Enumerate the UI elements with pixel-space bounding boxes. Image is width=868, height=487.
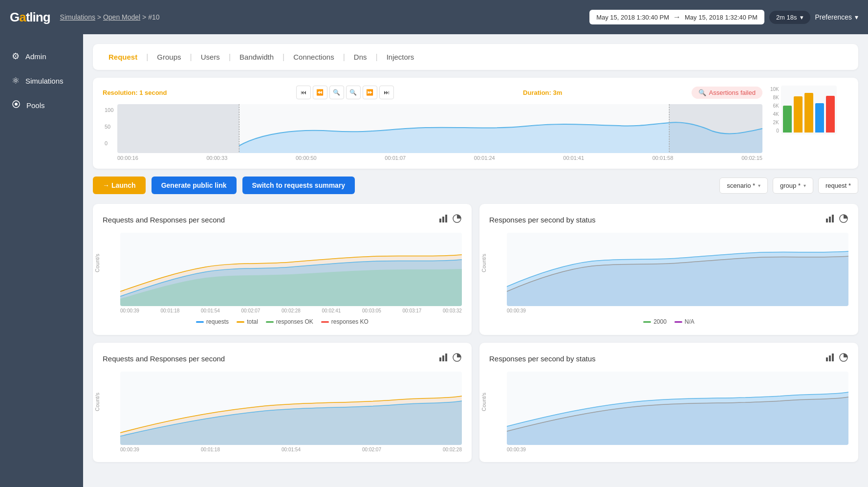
svg-rect-18 [826, 357, 828, 361]
chart-area-wrapper-4: Count/s [489, 372, 848, 445]
duration-value: 2m 18s [776, 14, 797, 21]
chart-icons-1 [438, 214, 462, 226]
breadcrumb-run: #10 [148, 13, 159, 21]
duration-badge[interactable]: 2m 18s ▾ [769, 11, 810, 24]
chart-header-3: Requests and Responses per second [103, 353, 462, 365]
tab-bandwidth[interactable]: Bandwidth [236, 51, 278, 63]
zoom-out-button[interactable]: 🔍 [329, 86, 344, 99]
step-back-button[interactable]: ⏪ [313, 86, 327, 99]
content: Request | Groups | Users | Bandwidth | C… [83, 34, 868, 487]
skip-to-start-button[interactable]: ⏮ [296, 86, 311, 99]
legend-dot [266, 321, 274, 323]
arrow-icon: → [673, 13, 681, 22]
breadcrumb: Simulations > Open Model > #10 [60, 13, 160, 21]
chart-area-wrapper-3: Count/s [103, 372, 462, 445]
legend-dot [196, 321, 204, 323]
chart-x-labels-1: 00:00:39 00:01:18 00:01:54 00:02:07 00:0… [103, 308, 462, 313]
svg-rect-19 [829, 355, 831, 361]
y-axis-label-4: Count/s [481, 393, 487, 411]
tab-request[interactable]: Request [105, 51, 141, 63]
timeline-svg [117, 104, 762, 153]
legend-na: N/A [674, 318, 694, 325]
step-forward-button[interactable]: ⏩ [363, 86, 377, 99]
chart-x-labels-3: 00:00:39 00:01:18 00:01:54 00:02:07 00:0… [103, 447, 462, 452]
tab-connections[interactable]: Connections [289, 51, 338, 63]
duration-display: Duration: 3m [523, 88, 562, 97]
legend-total: total [237, 318, 258, 325]
pools-icon [12, 100, 21, 111]
bar-chart-icon[interactable] [438, 353, 448, 365]
chart-header-2: Responses per second by status [489, 214, 848, 226]
y-axis-labels: 100 50 0 [105, 107, 113, 146]
chart-legend-1: requests total responses OK responses KO [103, 318, 462, 325]
tab-users[interactable]: Users [197, 51, 224, 63]
zoom-in-button[interactable]: 🔍 [346, 86, 361, 99]
group-filter[interactable]: group * ▾ [773, 177, 813, 194]
bar-chart-icon[interactable] [825, 214, 835, 226]
y-axis-label-2: Count/s [481, 254, 487, 272]
svg-point-1 [15, 103, 18, 106]
header: Gatling Simulations > Open Model > #10 M… [0, 0, 868, 34]
svg-rect-20 [832, 354, 834, 361]
breadcrumb-open-model[interactable]: Open Model [103, 13, 140, 21]
tab-injectors[interactable]: Injectors [383, 51, 418, 63]
bar-chart-icon[interactable] [825, 353, 835, 365]
tabs-card: Request | Groups | Users | Bandwidth | C… [93, 44, 858, 70]
sidebar-item-simulations[interactable]: ⚛ Simulations [0, 68, 83, 93]
chart-legend-2: 2000 N/A [489, 318, 848, 325]
chart-header-4: Responses per second by status [489, 353, 848, 365]
request-filter[interactable]: request * [818, 177, 858, 194]
resolution-value: 1 second [139, 89, 167, 96]
chart-title-4: Responses per second by status [489, 354, 596, 363]
sidebar-item-admin[interactable]: ⚙ Admin [0, 44, 83, 68]
sidebar-item-label: Simulations [25, 77, 64, 85]
pie-chart-icon[interactable] [839, 214, 848, 226]
svg-rect-10 [826, 219, 828, 222]
timeline-chart [117, 104, 762, 153]
sidebar: ⚙ Admin ⚛ Simulations Pools [0, 34, 83, 487]
chart-icons-3 [438, 353, 462, 365]
svg-rect-16 [445, 354, 447, 361]
chart-title-1: Requests and Responses per second [103, 216, 225, 224]
scenario-filter[interactable]: scenario * ▾ [719, 177, 768, 194]
chart-icons-2 [825, 214, 848, 226]
legend-responses-ok: responses OK [266, 318, 313, 325]
tab-groups[interactable]: Groups [153, 51, 185, 63]
switch-summary-button[interactable]: Switch to requests summary [242, 177, 355, 194]
timeline-main: Resolution: 1 second ⏮ ⏪ 🔍 🔍 ⏩ ⏭ [103, 86, 762, 161]
time-range: May 15, 2018 1:30:40 PM → May 15, 2018 1… [589, 10, 764, 24]
chart-area-4 [507, 372, 848, 445]
launch-button[interactable]: → Launch [93, 177, 146, 194]
playback-controls: ⏮ ⏪ 🔍 🔍 ⏩ ⏭ [296, 86, 394, 99]
bar-chart-icon[interactable] [438, 214, 448, 226]
svg-rect-12 [832, 215, 834, 222]
chevron-down-icon: ▾ [800, 14, 803, 21]
sidebar-item-label: Admin [25, 52, 46, 61]
skip-to-end-button[interactable]: ⏭ [379, 86, 394, 99]
legend-dot [237, 321, 244, 323]
chart-card-2: Responses per second by status Count/s [479, 204, 858, 335]
chart-card-4: Responses per second by status Count/s [479, 343, 858, 462]
bar-item [815, 103, 824, 133]
duration-value-timeline: 3m [553, 89, 562, 96]
main-layout: ⚙ Admin ⚛ Simulations Pools Request | Gr… [0, 34, 868, 487]
header-right: May 15, 2018 1:30:40 PM → May 15, 2018 1… [589, 10, 858, 24]
mini-bar-chart: 10K 8K 6K 4K 2K 0 [770, 86, 848, 161]
generate-link-button[interactable]: Generate public link [152, 177, 237, 194]
timeline-x-labels: 00:00:16 00:00:33 00:00:50 00:01:07 00:0… [117, 155, 762, 161]
header-left: Gatling Simulations > Open Model > #10 [10, 10, 160, 25]
preferences-button[interactable]: Preferences ▾ [815, 13, 858, 21]
svg-rect-6 [439, 219, 441, 222]
breadcrumb-simulations[interactable]: Simulations [60, 13, 95, 21]
pie-chart-icon[interactable] [452, 214, 462, 226]
tab-dns[interactable]: Dns [350, 51, 371, 63]
bar-chart-area [781, 86, 837, 134]
chart-title-3: Requests and Responses per second [103, 354, 225, 363]
pie-chart-icon[interactable] [839, 353, 848, 365]
timeline-chart-wrapper: 100 50 0 [103, 104, 762, 161]
gear-icon: ⚙ [12, 51, 20, 62]
pie-chart-icon[interactable] [452, 353, 462, 365]
bar-item [783, 106, 792, 133]
sidebar-item-pools[interactable]: Pools [0, 93, 83, 118]
time-start: May 15, 2018 1:30:40 PM [596, 14, 669, 21]
